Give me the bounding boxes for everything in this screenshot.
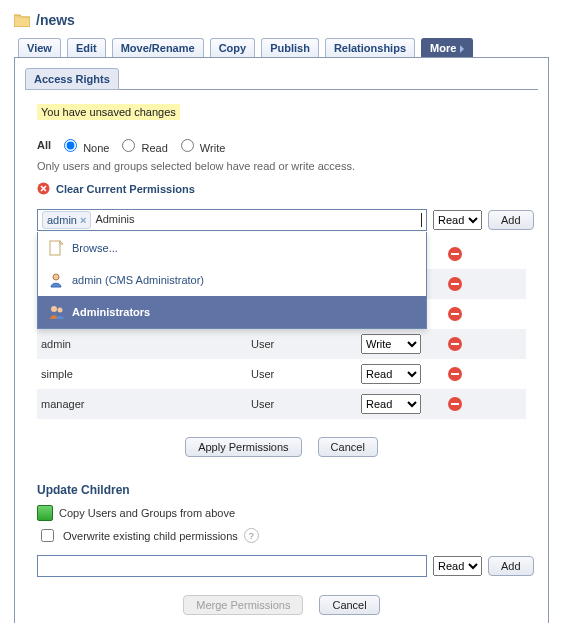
add-permission-row: admin × Adminis Read Write Add Browse... xyxy=(37,209,526,231)
unsaved-changes-notice: You have unsaved changes xyxy=(37,104,180,120)
merge-permissions-button[interactable]: Merge Permissions xyxy=(183,595,303,615)
children-permission-select[interactable]: Read Write xyxy=(433,556,482,576)
svg-rect-12 xyxy=(451,343,459,345)
page-icon xyxy=(48,240,64,256)
tab-move-rename[interactable]: Move/Rename xyxy=(112,38,204,57)
delete-row-button[interactable] xyxy=(447,246,463,262)
all-label: All xyxy=(37,139,51,151)
user-icon xyxy=(48,272,64,288)
svg-rect-10 xyxy=(451,313,459,315)
svg-point-2 xyxy=(53,274,59,280)
children-cancel-button[interactable]: Cancel xyxy=(319,595,379,615)
add-permission-select[interactable]: Read Write xyxy=(433,210,482,230)
tab-view[interactable]: View xyxy=(18,38,61,57)
folder-icon xyxy=(14,13,30,27)
add-button[interactable]: Add xyxy=(488,210,534,230)
tab-copy[interactable]: Copy xyxy=(210,38,256,57)
row-permission-select[interactable]: ReadWrite xyxy=(361,364,421,384)
apply-permissions-button[interactable]: Apply Permissions xyxy=(185,437,301,457)
table-row: manager User ReadWrite xyxy=(37,389,526,419)
all-permission-row: All None Read Write xyxy=(37,136,538,154)
subtab-access-rights[interactable]: Access Rights xyxy=(25,68,119,90)
delete-row-button[interactable] xyxy=(447,336,463,352)
tab-edit[interactable]: Edit xyxy=(67,38,106,57)
token-typed-text[interactable]: Adminis xyxy=(95,213,422,227)
chevron-right-icon xyxy=(460,45,464,53)
overwrite-checkbox[interactable] xyxy=(41,529,54,542)
clear-icon xyxy=(37,182,50,195)
tab-publish[interactable]: Publish xyxy=(261,38,319,57)
svg-point-4 xyxy=(58,308,63,313)
update-children-title: Update Children xyxy=(37,483,526,497)
children-add-button[interactable]: Add xyxy=(488,556,534,576)
row-permission-select[interactable]: ReadWrite xyxy=(361,394,421,414)
overwrite-label: Overwrite existing child permissions xyxy=(63,530,238,542)
path-text: /news xyxy=(36,12,75,28)
svg-rect-8 xyxy=(451,283,459,285)
row-permission-select[interactable]: ReadWrite xyxy=(361,334,421,354)
radio-write[interactable]: Write xyxy=(176,136,226,154)
svg-rect-1 xyxy=(50,241,60,255)
tab-more[interactable]: More xyxy=(421,38,473,57)
merge-cancel-bar: Merge Permissions Cancel xyxy=(25,595,538,615)
children-add-row: Read Write Add xyxy=(37,555,526,577)
svg-rect-14 xyxy=(451,373,459,375)
cancel-button[interactable]: Cancel xyxy=(318,437,378,457)
radio-none[interactable]: None xyxy=(59,136,109,154)
autocomplete-item-browse[interactable]: Browse... xyxy=(38,232,426,264)
tab-panel: Access Rights You have unsaved changes A… xyxy=(14,58,549,623)
svg-rect-6 xyxy=(451,253,459,255)
radio-read[interactable]: Read xyxy=(117,136,167,154)
delete-row-button[interactable] xyxy=(447,276,463,292)
delete-row-button[interactable] xyxy=(447,396,463,412)
top-tabs: View Edit Move/Rename Copy Publish Relat… xyxy=(14,38,549,58)
token-admin[interactable]: admin × xyxy=(42,211,91,229)
user-group-token-input[interactable]: admin × Adminis xyxy=(37,209,427,231)
sub-tabs: Access Rights xyxy=(25,68,538,90)
svg-rect-16 xyxy=(451,403,459,405)
autocomplete-item-administrators[interactable]: Administrators xyxy=(38,296,426,328)
svg-point-3 xyxy=(51,306,57,312)
copy-action-icon xyxy=(37,505,53,521)
apply-cancel-bar: Apply Permissions Cancel xyxy=(25,437,538,457)
autocomplete-item-admin[interactable]: admin (CMS Administrator) xyxy=(38,264,426,296)
clear-permissions-link[interactable]: Clear Current Permissions xyxy=(37,182,538,195)
help-icon[interactable]: ? xyxy=(244,528,259,543)
copy-users-groups-row[interactable]: Copy Users and Groups from above xyxy=(37,505,538,521)
copy-users-groups-label: Copy Users and Groups from above xyxy=(59,507,235,519)
children-user-group-input[interactable] xyxy=(37,555,427,577)
delete-row-button[interactable] xyxy=(447,306,463,322)
tab-relationships[interactable]: Relationships xyxy=(325,38,415,57)
autocomplete-dropdown: Browse... admin (CMS Administrator) Admi… xyxy=(37,232,427,329)
permission-hint: Only users and groups selected below hav… xyxy=(37,160,538,172)
breadcrumb-path: /news xyxy=(14,12,549,28)
group-icon xyxy=(48,304,64,320)
overwrite-checkbox-row[interactable]: Overwrite existing child permissions ? xyxy=(37,526,538,545)
table-row: simple User ReadWrite xyxy=(37,359,526,389)
table-row: admin User ReadWrite xyxy=(37,329,526,359)
token-remove-icon[interactable]: × xyxy=(80,215,86,226)
delete-row-button[interactable] xyxy=(447,366,463,382)
